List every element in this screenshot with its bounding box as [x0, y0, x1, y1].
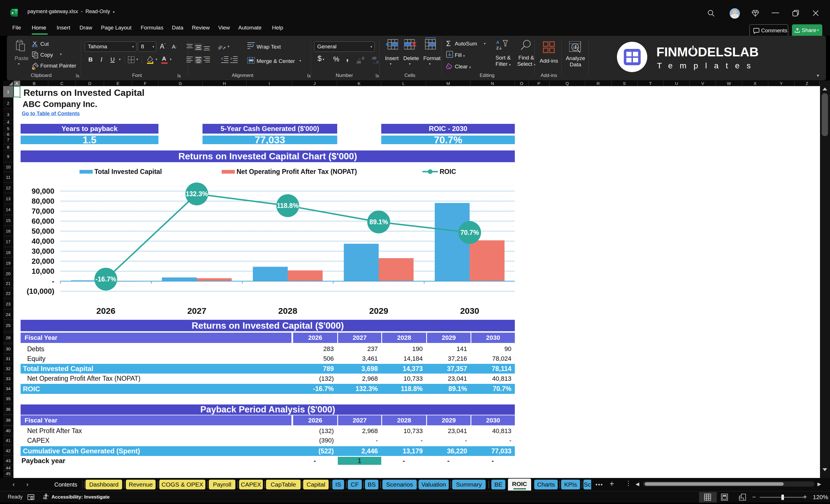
- svg-text:.00: .00: [372, 56, 376, 60]
- svg-text:118.8%: 118.8%: [277, 202, 299, 209]
- svg-text:89.1%: 89.1%: [369, 218, 388, 226]
- svg-text:60,000: 60,000: [31, 217, 54, 225]
- svg-text:x: x: [11, 10, 14, 15]
- svg-text:(10,000): (10,000): [27, 287, 54, 295]
- svg-text:2027: 2027: [187, 306, 206, 315]
- svg-text:50,000: 50,000: [31, 227, 54, 235]
- svg-text:ab: ab: [217, 44, 223, 51]
- svg-text:-: -: [52, 277, 54, 285]
- svg-text:2029: 2029: [369, 306, 388, 315]
- svg-text:70.7%: 70.7%: [460, 229, 479, 236]
- svg-text:10,000: 10,000: [31, 267, 54, 276]
- svg-text:A: A: [496, 40, 499, 44]
- svg-text:Total Invested Capital: Total Invested Capital: [94, 168, 162, 175]
- svg-text:Net Operating Profit After Tax: Net Operating Profit After Tax (NOPAT): [236, 168, 357, 175]
- svg-text:90,000: 90,000: [31, 187, 54, 195]
- svg-text:2030: 2030: [460, 306, 479, 315]
- svg-text:80,000: 80,000: [31, 197, 54, 206]
- svg-text:ROIC: ROIC: [440, 168, 456, 175]
- svg-text:30,000: 30,000: [31, 247, 54, 255]
- svg-text:.00: .00: [356, 60, 361, 64]
- svg-text:2026: 2026: [96, 306, 116, 315]
- svg-text:Z: Z: [496, 45, 499, 50]
- svg-text:←.0: ←.0: [358, 56, 364, 60]
- svg-text:→.0: →.0: [372, 60, 378, 64]
- svg-text:40,000: 40,000: [31, 237, 54, 245]
- svg-text:2028: 2028: [278, 306, 297, 315]
- svg-text:132.3%: 132.3%: [186, 190, 208, 198]
- svg-text:20,000: 20,000: [31, 257, 54, 265]
- svg-text:70,000: 70,000: [31, 207, 54, 215]
- svg-text:-16.7%: -16.7%: [96, 276, 117, 283]
